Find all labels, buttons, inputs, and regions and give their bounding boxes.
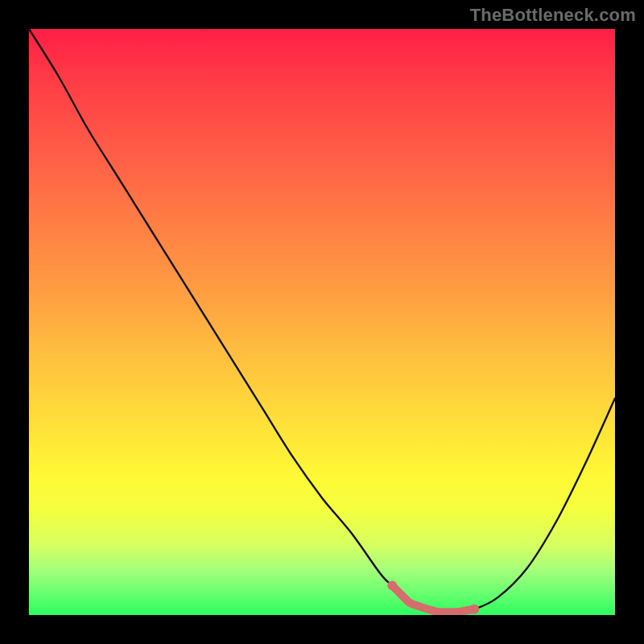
optimal-range-end-dot: [469, 605, 479, 614]
bottleneck-curve: [29, 29, 615, 613]
watermark-text: TheBottleneck.com: [470, 5, 636, 26]
plot-area: [29, 29, 615, 615]
chart-svg: [29, 29, 615, 615]
optimal-range-start-dot: [387, 581, 397, 591]
chart-container: TheBottleneck.com: [0, 0, 644, 644]
optimal-range-highlight: [392, 586, 474, 613]
